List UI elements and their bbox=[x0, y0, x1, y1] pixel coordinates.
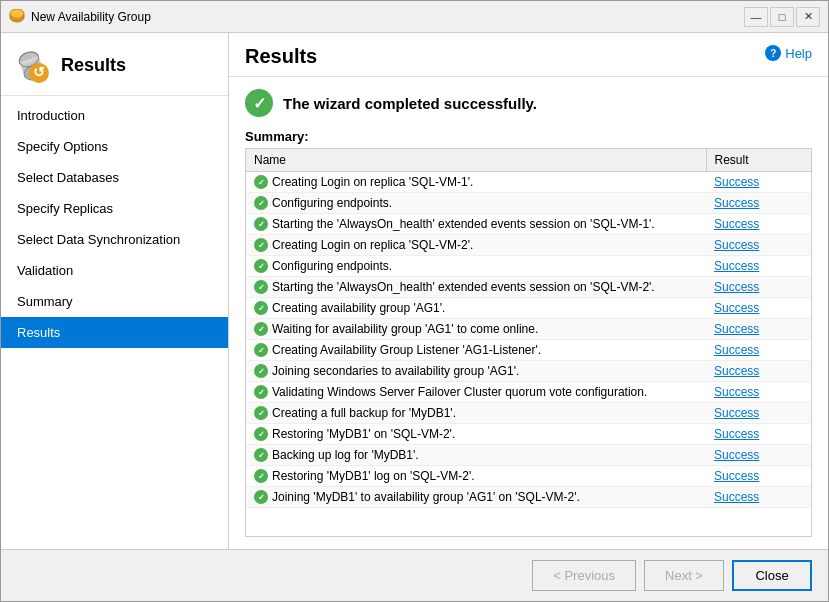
sidebar-nav: IntroductionSpecify OptionsSelect Databa… bbox=[1, 96, 228, 549]
maximize-button[interactable]: □ bbox=[770, 7, 794, 27]
result-link[interactable]: Success bbox=[714, 259, 759, 273]
table-cell-result[interactable]: Success bbox=[706, 193, 811, 214]
sidebar-logo: ↺ Results bbox=[11, 45, 218, 85]
title-bar-left: New Availability Group bbox=[9, 9, 151, 25]
row-success-icon bbox=[254, 217, 268, 231]
sidebar-item-select-data-sync[interactable]: Select Data Synchronization bbox=[1, 224, 228, 255]
table-cell-name: Backing up log for 'MyDB1'. bbox=[246, 445, 706, 466]
table-row: Starting the 'AlwaysOn_health' extended … bbox=[246, 214, 811, 235]
sidebar-item-introduction[interactable]: Introduction bbox=[1, 100, 228, 131]
next-button[interactable]: Next > bbox=[644, 560, 724, 591]
close-button[interactable]: Close bbox=[732, 560, 812, 591]
close-window-button[interactable]: ✕ bbox=[796, 7, 820, 27]
result-link[interactable]: Success bbox=[714, 301, 759, 315]
sidebar-header: ↺ Results bbox=[1, 33, 228, 96]
result-link[interactable]: Success bbox=[714, 175, 759, 189]
row-success-icon bbox=[254, 196, 268, 210]
success-banner: The wizard completed successfully. bbox=[245, 89, 812, 117]
row-success-icon bbox=[254, 427, 268, 441]
page-title: Results bbox=[245, 45, 317, 68]
table-cell-result[interactable]: Success bbox=[706, 487, 811, 508]
table-cell-result[interactable]: Success bbox=[706, 319, 811, 340]
table-cell-result[interactable]: Success bbox=[706, 424, 811, 445]
table-cell-result[interactable]: Success bbox=[706, 466, 811, 487]
result-link[interactable]: Success bbox=[714, 427, 759, 441]
help-label: Help bbox=[785, 46, 812, 61]
table-cell-name: Validating Windows Server Failover Clust… bbox=[246, 382, 706, 403]
row-success-icon bbox=[254, 343, 268, 357]
table-cell-result[interactable]: Success bbox=[706, 172, 811, 193]
help-icon: ? bbox=[765, 45, 781, 61]
table-cell-result[interactable]: Success bbox=[706, 403, 811, 424]
result-link[interactable]: Success bbox=[714, 385, 759, 399]
table-row: Creating Availability Group Listener 'AG… bbox=[246, 340, 811, 361]
row-success-icon bbox=[254, 490, 268, 504]
table-row: Backing up log for 'MyDB1'.Success bbox=[246, 445, 811, 466]
table-cell-result[interactable]: Success bbox=[706, 235, 811, 256]
result-link[interactable]: Success bbox=[714, 217, 759, 231]
table-cell-name: Creating Availability Group Listener 'AG… bbox=[246, 340, 706, 361]
sidebar-item-specify-options[interactable]: Specify Options bbox=[1, 131, 228, 162]
table-cell-name: Joining 'MyDB1' to availability group 'A… bbox=[246, 487, 706, 508]
main-content: Results ? Help The wizard completed succ… bbox=[229, 33, 828, 549]
table-cell-result[interactable]: Success bbox=[706, 445, 811, 466]
db-logo-icon: ↺ bbox=[11, 45, 51, 85]
success-icon bbox=[245, 89, 273, 117]
sidebar-item-select-databases[interactable]: Select Databases bbox=[1, 162, 228, 193]
result-link[interactable]: Success bbox=[714, 490, 759, 504]
table-row: Starting the 'AlwaysOn_health' extended … bbox=[246, 277, 811, 298]
minimize-button[interactable]: — bbox=[744, 7, 768, 27]
result-link[interactable]: Success bbox=[714, 448, 759, 462]
row-success-icon bbox=[254, 280, 268, 294]
table-cell-name: Creating availability group 'AG1'. bbox=[246, 298, 706, 319]
result-link[interactable]: Success bbox=[714, 322, 759, 336]
result-link[interactable]: Success bbox=[714, 238, 759, 252]
sidebar-item-specify-replicas[interactable]: Specify Replicas bbox=[1, 193, 228, 224]
table-row: Joining secondaries to availability grou… bbox=[246, 361, 811, 382]
results-table-container[interactable]: Name Result Creating Login on replica 'S… bbox=[245, 148, 812, 537]
result-link[interactable]: Success bbox=[714, 469, 759, 483]
result-link[interactable]: Success bbox=[714, 280, 759, 294]
title-bar: New Availability Group — □ ✕ bbox=[1, 1, 828, 33]
result-link[interactable]: Success bbox=[714, 196, 759, 210]
row-success-icon bbox=[254, 301, 268, 315]
result-link[interactable]: Success bbox=[714, 343, 759, 357]
row-success-icon bbox=[254, 469, 268, 483]
table-cell-name: Waiting for availability group 'AG1' to … bbox=[246, 319, 706, 340]
results-body: The wizard completed successfully. Summa… bbox=[229, 77, 828, 549]
table-cell-result[interactable]: Success bbox=[706, 298, 811, 319]
main-window: New Availability Group — □ ✕ bbox=[0, 0, 829, 602]
sidebar-item-validation[interactable]: Validation bbox=[1, 255, 228, 286]
table-row: Configuring endpoints.Success bbox=[246, 193, 811, 214]
row-success-icon bbox=[254, 322, 268, 336]
table-row: Restoring 'MyDB1' log on 'SQL-VM-2'.Succ… bbox=[246, 466, 811, 487]
sidebar-title: Results bbox=[61, 55, 126, 76]
table-cell-result[interactable]: Success bbox=[706, 277, 811, 298]
table-cell-result[interactable]: Success bbox=[706, 256, 811, 277]
table-cell-result[interactable]: Success bbox=[706, 361, 811, 382]
table-cell-name: Starting the 'AlwaysOn_health' extended … bbox=[246, 277, 706, 298]
sidebar-item-results[interactable]: Results bbox=[1, 317, 228, 348]
window-title: New Availability Group bbox=[31, 10, 151, 24]
table-cell-name: Restoring 'MyDB1' log on 'SQL-VM-2'. bbox=[246, 466, 706, 487]
svg-point-2 bbox=[10, 9, 24, 18]
sidebar-item-summary[interactable]: Summary bbox=[1, 286, 228, 317]
table-row: Creating availability group 'AG1'.Succes… bbox=[246, 298, 811, 319]
table-cell-name: Joining secondaries to availability grou… bbox=[246, 361, 706, 382]
table-cell-name: Creating a full backup for 'MyDB1'. bbox=[246, 403, 706, 424]
row-success-icon bbox=[254, 238, 268, 252]
table-row: Validating Windows Server Failover Clust… bbox=[246, 382, 811, 403]
table-row: Creating Login on replica 'SQL-VM-1'.Suc… bbox=[246, 172, 811, 193]
svg-text:↺: ↺ bbox=[33, 64, 45, 80]
result-link[interactable]: Success bbox=[714, 406, 759, 420]
summary-label: Summary: bbox=[245, 129, 812, 144]
success-message: The wizard completed successfully. bbox=[283, 95, 537, 112]
result-link[interactable]: Success bbox=[714, 364, 759, 378]
table-cell-result[interactable]: Success bbox=[706, 382, 811, 403]
previous-button[interactable]: < Previous bbox=[532, 560, 636, 591]
row-success-icon bbox=[254, 259, 268, 273]
help-link[interactable]: ? Help bbox=[765, 45, 812, 61]
table-row: Configuring endpoints.Success bbox=[246, 256, 811, 277]
table-cell-result[interactable]: Success bbox=[706, 340, 811, 361]
table-cell-result[interactable]: Success bbox=[706, 214, 811, 235]
